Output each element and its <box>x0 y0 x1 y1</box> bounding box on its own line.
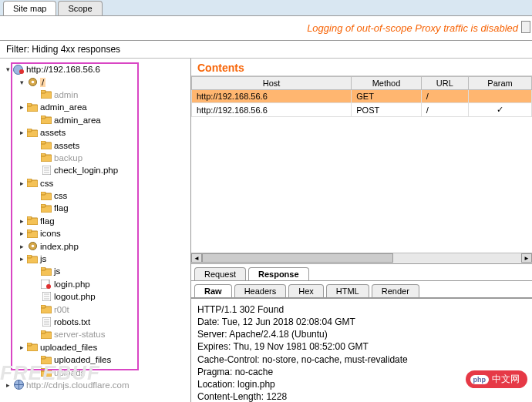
tree-row[interactable]: ▸admin_area <box>5 114 187 126</box>
tree-row[interactable]: ▸flag <box>5 202 187 214</box>
php-badge-text: 中文网 <box>492 373 520 386</box>
tree-row[interactable]: ▸admin <box>5 89 187 101</box>
tree-toggle-closed-icon[interactable]: ▸ <box>5 381 12 388</box>
column-header[interactable]: Host <box>192 77 352 90</box>
subtab-render[interactable]: Render <box>372 284 419 297</box>
tree-row[interactable]: ▸js <box>5 253 187 265</box>
tree-toggle-closed-icon[interactable]: ▸ <box>19 104 25 111</box>
tree-row[interactable]: ▸r00t <box>5 303 187 315</box>
file-icon <box>41 166 52 175</box>
tree-row[interactable]: ▸backup <box>5 152 187 164</box>
php-badge[interactable]: php 中文网 <box>466 370 528 388</box>
tree-toggle-open-icon[interactable]: ▾ <box>19 79 25 85</box>
tree-toggle-closed-icon[interactable]: ▸ <box>19 243 25 250</box>
scroll-left-arrow-icon[interactable]: ◄ <box>191 253 202 263</box>
scroll-right-arrow-icon[interactable]: ► <box>521 253 532 263</box>
tree-label: assets <box>54 141 79 150</box>
tree-row[interactable]: ▸flag <box>5 215 187 227</box>
table-cell: http://192.168.56.6 <box>192 103 352 117</box>
tree-row[interactable]: ▸css <box>5 177 187 189</box>
banner: Logging of out-of-scope Proxy traffic is… <box>0 16 532 41</box>
column-header[interactable]: URL <box>421 77 468 90</box>
table-row[interactable]: http://192.168.56.6GET/ <box>192 90 532 103</box>
tree-toggle-closed-icon[interactable]: ▸ <box>19 343 25 350</box>
tree-row[interactable]: ▸css <box>5 189 187 202</box>
file-icon <box>41 292 52 301</box>
tree-label: css <box>40 179 53 188</box>
tree-toggle-closed-icon[interactable]: ▸ <box>19 179 25 186</box>
svg-rect-13 <box>41 141 45 144</box>
tree-label: r00t <box>54 305 69 314</box>
svg-rect-53 <box>41 356 45 359</box>
response-sub-tabs: Raw Headers Hex HTML Render <box>191 281 532 298</box>
tree-row[interactable]: ▸login.php <box>5 278 187 290</box>
tree-row[interactable]: ▸index.php <box>5 240 187 252</box>
tree-row[interactable]: ▸uploaded_files <box>5 341 187 353</box>
main: ▾http://192.168.56.6▾/▸admin▸admin_area▸… <box>0 59 532 402</box>
scroll-thumb[interactable] <box>202 253 393 263</box>
tree-row[interactable]: ▾http://192.168.56.6 <box>5 63 187 75</box>
tree-toggle-closed-icon[interactable]: ▸ <box>19 256 25 263</box>
tab-request[interactable]: Request <box>194 267 246 280</box>
table-cell: GET <box>352 90 421 103</box>
tree-label: robots.txt <box>54 317 90 327</box>
tree-row[interactable]: ▸assets <box>5 126 187 139</box>
table-cell: ✓ <box>469 103 532 117</box>
tree-label: login.php <box>54 280 90 289</box>
response-line: Expires: Thu, 19 Nov 1981 08:52:00 GMT <box>197 340 526 353</box>
column-header[interactable]: Method <box>352 77 421 90</box>
tree-label: check_login.php <box>54 166 118 175</box>
folder-icon <box>41 141 52 150</box>
table-row[interactable]: http://192.168.56.6POST/✓ <box>192 103 532 117</box>
tree-row[interactable]: ▸uploaded_files <box>5 353 187 366</box>
gear-icon <box>27 78 38 87</box>
banner-button[interactable] <box>521 21 530 33</box>
svg-rect-15 <box>41 153 45 156</box>
tree-row[interactable]: ▸http://cdnjs.cloudflare.com <box>5 379 187 391</box>
response-line: Cache-Control: no-store, no-cache, must-… <box>197 353 526 366</box>
tree-toggle-closed-icon[interactable]: ▸ <box>19 230 25 237</box>
scroll-track[interactable] <box>202 253 521 263</box>
tree-label: uploads <box>54 368 85 377</box>
subtab-raw[interactable]: Raw <box>194 284 232 297</box>
tree-row[interactable]: ▸logout.php <box>5 290 187 303</box>
tree-row[interactable]: ▾/ <box>5 75 187 88</box>
column-header[interactable]: Param <box>469 77 532 90</box>
folder-icon <box>27 254 38 263</box>
banner-text: Logging of out-of-scope Proxy traffic is… <box>307 22 518 34</box>
folder-icon <box>27 229 38 238</box>
tree-toggle-closed-icon[interactable]: ▸ <box>19 217 25 224</box>
tree-toggle-closed-icon[interactable]: ▸ <box>19 129 25 136</box>
site-tree: ▾http://192.168.56.6▾/▸admin▸admin_area▸… <box>3 63 187 391</box>
svg-rect-5 <box>41 90 45 93</box>
subtab-hex[interactable]: Hex <box>288 284 324 297</box>
tree-row[interactable]: ▸icons <box>5 227 187 240</box>
tree-row[interactable]: ▸js <box>5 265 187 277</box>
tree-row[interactable]: ▸server-status <box>5 328 187 340</box>
svg-point-37 <box>46 284 51 289</box>
tree-label: admin <box>54 90 78 99</box>
subtab-html[interactable]: HTML <box>326 284 369 297</box>
tree-row[interactable]: ▸assets <box>5 139 187 151</box>
tree-label: logout.php <box>54 292 96 301</box>
subtab-headers[interactable]: Headers <box>234 284 287 297</box>
tree-row[interactable]: ▸robots.txt <box>5 316 187 328</box>
response-line: Server: Apache/2.4.18 (Ubuntu) <box>197 328 526 340</box>
folder-icon <box>41 355 52 364</box>
tree-toggle-open-icon[interactable]: ▾ <box>5 66 12 73</box>
filter-bar[interactable]: Filter: Hiding 4xx responses <box>0 41 532 59</box>
file-icon <box>41 317 52 327</box>
svg-rect-33 <box>27 255 32 258</box>
svg-rect-11 <box>27 129 32 132</box>
tree-row[interactable]: ▸admin_area <box>5 101 187 113</box>
horizontal-scrollbar[interactable]: ◄ ► <box>191 253 532 263</box>
tree-row[interactable]: ▸check_login.php <box>5 164 187 176</box>
response-line: HTTP/1.1 302 Found <box>197 303 526 316</box>
tree-label: js <box>54 266 60 276</box>
tree-row[interactable]: ▸uploads <box>5 366 187 378</box>
globe-red-icon <box>13 65 24 74</box>
tab-scope[interactable]: Scope <box>58 1 102 15</box>
tab-sitemap[interactable]: Site map <box>3 1 56 15</box>
tab-response[interactable]: Response <box>248 267 309 280</box>
tree-label: flag <box>40 216 55 226</box>
